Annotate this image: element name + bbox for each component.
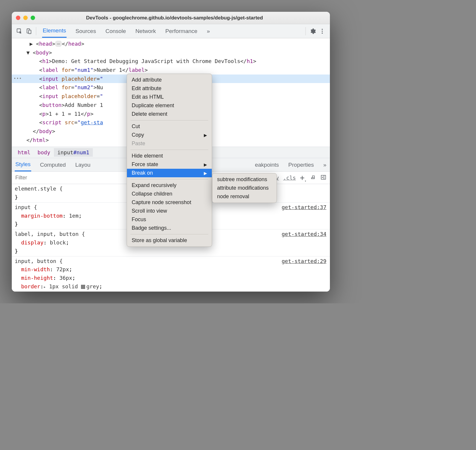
menu-collapse[interactable]: Collapse children (127, 190, 212, 198)
p-text: 1 + 1 = 11 (49, 111, 81, 117)
tab-elements[interactable]: Elements (42, 24, 67, 38)
tab-breakpoints[interactable]: eakpoints (254, 159, 279, 171)
tab-network[interactable]: Network (135, 25, 157, 37)
crumb-body[interactable]: body (34, 148, 54, 157)
submenu-attribute[interactable]: attribute modifications (212, 184, 277, 192)
tab-more-icon[interactable]: » (206, 25, 211, 37)
tab-styles[interactable]: Styles (15, 158, 31, 171)
rule-input-button[interactable]: get-started:29 input, button { min-width… (12, 257, 330, 292)
menu-edit-attribute[interactable]: Edit attribute (127, 84, 212, 93)
crumb-html[interactable]: html (14, 148, 34, 157)
device-toggle-icon[interactable] (24, 27, 34, 36)
svg-point-4 (322, 31, 323, 32)
dom-body-open[interactable]: ▼ <body> (12, 48, 330, 57)
kebab-icon[interactable] (318, 27, 327, 36)
close-icon[interactable] (16, 16, 20, 20)
tab-properties[interactable]: Properties (288, 159, 315, 171)
h1-text: Demo: Get Started Debugging JavaScript w… (52, 58, 240, 64)
label1-text: Number 1 (97, 67, 122, 73)
source-link[interactable]: get-started:37 (282, 203, 326, 212)
menu-duplicate[interactable]: Duplicate element (127, 101, 212, 110)
tag-head: head (39, 41, 52, 47)
svg-point-3 (322, 29, 323, 30)
chevron-right-icon: ▶ (204, 133, 207, 138)
main-toolbar: Elements Sources Console Network Perform… (12, 24, 330, 38)
chevron-right-icon: ▶ (204, 171, 207, 176)
submenu-subtree[interactable]: subtree modifications (212, 175, 277, 184)
cls-toggle[interactable]: .cls (283, 175, 296, 181)
menu-add-attribute[interactable]: Add attribute (127, 76, 212, 84)
devtools-window: DevTools - googlechrome.github.io/devtoo… (12, 12, 330, 292)
chevron-right-icon: ▶ (204, 162, 207, 167)
source-link[interactable]: get-started:29 (282, 257, 326, 266)
menu-copy[interactable]: Copy▶ (127, 131, 212, 139)
label2-text: Nu (97, 84, 103, 90)
break-on-submenu: subtree modifications attribute modifica… (212, 173, 277, 203)
menu-delete[interactable]: Delete element (127, 110, 212, 118)
titlebar: DevTools - googlechrome.github.io/devtoo… (12, 12, 330, 24)
color-swatch-icon[interactable] (81, 285, 85, 289)
menu-break-on[interactable]: Break on▶ (127, 169, 212, 177)
menu-force-state[interactable]: Force state▶ (127, 160, 212, 169)
dom-h1[interactable]: <h1>Demo: Get Started Debugging JavaScri… (12, 57, 330, 66)
panel-tabs: Elements Sources Console Network Perform… (42, 24, 303, 38)
separator (36, 27, 36, 35)
ellipsis-icon[interactable]: ••• (14, 75, 22, 82)
svg-rect-2 (29, 30, 31, 34)
context-menu: Add attribute Edit attribute Edit as HTM… (127, 74, 212, 247)
tab-performance[interactable]: Performance (165, 25, 198, 37)
gear-icon[interactable] (308, 27, 318, 36)
tab-more-icon[interactable]: » (323, 159, 327, 171)
menu-cut[interactable]: Cut (127, 122, 212, 131)
button-text: Add Number 1 (65, 102, 103, 108)
window-title: DevTools - googlechrome.github.io/devtoo… (23, 15, 326, 21)
crumb-input[interactable]: input#num1 (54, 148, 93, 157)
menu-badge[interactable]: Badge settings... (127, 224, 212, 232)
menu-expand[interactable]: Expand recursively (127, 181, 212, 190)
sidebar-toggle-icon[interactable] (320, 174, 326, 181)
menu-edit-html[interactable]: Edit as HTML (127, 93, 212, 101)
menu-capture[interactable]: Capture node screenshot (127, 198, 212, 207)
menu-scroll[interactable]: Scroll into view (127, 207, 212, 215)
inspect-icon[interactable] (15, 27, 24, 36)
menu-store[interactable]: Store as global variable (127, 236, 212, 245)
menu-paste: Paste (127, 139, 212, 148)
script-src[interactable]: get-sta (81, 119, 103, 125)
submenu-node[interactable]: node removal (212, 192, 277, 201)
separator (305, 27, 306, 35)
brush-icon[interactable] (310, 174, 316, 181)
tab-sources[interactable]: Sources (75, 25, 97, 37)
tab-console[interactable]: Console (105, 25, 127, 37)
menu-focus[interactable]: Focus (127, 215, 212, 224)
dom-head[interactable]: ▶ <head>⋯</head> (12, 39, 330, 48)
dom-label1[interactable]: <label for="num1">Number 1</label> (12, 66, 330, 75)
menu-hide[interactable]: Hide element (127, 152, 212, 160)
source-link[interactable]: get-started:34 (282, 230, 326, 239)
tab-layout[interactable]: Layou (75, 159, 91, 171)
tag-body: body (36, 49, 49, 56)
svg-point-5 (322, 32, 323, 34)
tab-computed[interactable]: Computed (39, 159, 67, 171)
add-rule-icon[interactable]: +▾ (300, 173, 306, 183)
